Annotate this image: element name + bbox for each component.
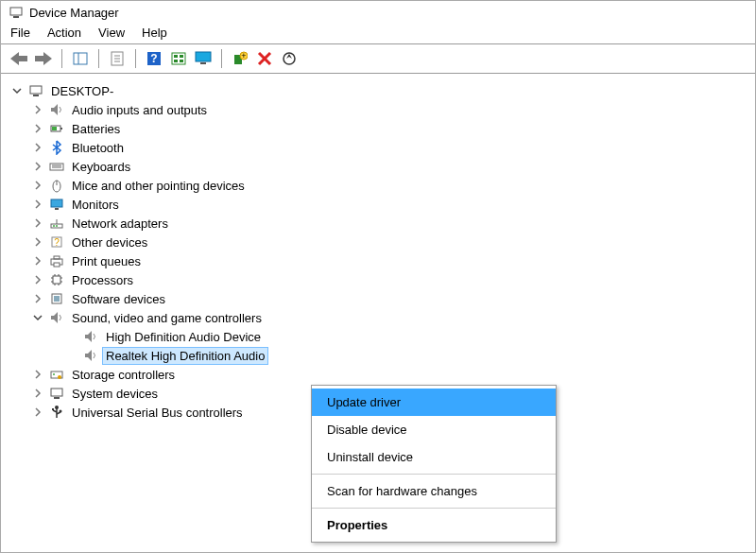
tree-item-label: System devices [69,386,161,402]
monitor-button[interactable] [193,48,214,69]
svg-rect-17 [196,52,211,61]
tree-item[interactable]: Software devices [10,289,746,308]
ctx-update-driver[interactable]: Update driver [312,389,556,416]
tree-item[interactable]: Monitors [10,195,746,214]
collapse-icon[interactable] [10,84,24,97]
collapse-icon[interactable] [31,311,44,324]
properties-button[interactable] [107,48,128,69]
tree-item-expanded[interactable]: Sound, video and game controllers [10,308,746,327]
speaker-icon [48,309,65,326]
remove-button[interactable] [254,48,275,69]
menu-view[interactable]: View [98,26,125,40]
expand-icon[interactable] [31,216,44,230]
back-button[interactable] [9,48,29,69]
expand-icon[interactable] [31,198,44,211]
battery-icon [48,120,65,137]
menu-file[interactable]: File [10,26,30,40]
app-icon [9,5,24,20]
svg-rect-47 [54,263,60,267]
svg-rect-18 [200,62,206,64]
expand-icon[interactable] [31,406,44,419]
svg-rect-26 [30,86,42,94]
svg-rect-13 [174,55,178,58]
context-menu: Update driver Disable device Uninstall d… [311,385,557,543]
tree-item[interactable]: Storage controllers [10,365,746,384]
expand-icon[interactable] [31,273,44,286]
expand-icon[interactable] [31,122,44,135]
toolbar-separator [135,49,136,68]
menubar: File Action View Help [1,24,755,43]
tree-item[interactable]: Print queues [10,251,746,270]
menu-action[interactable]: Action [47,26,81,40]
expand-icon[interactable] [31,292,44,305]
svg-point-63 [53,373,55,375]
ctx-uninstall-device[interactable]: Uninstall device [312,443,556,471]
svg-rect-15 [174,60,178,62]
tree-root[interactable]: DESKTOP- [10,81,746,100]
svg-rect-0 [10,8,22,15]
svg-marker-59 [51,312,58,323]
svg-rect-30 [60,128,62,130]
ctx-separator [312,474,556,475]
speaker-icon [82,347,99,364]
svg-marker-60 [85,331,92,342]
ctx-separator [312,508,556,509]
svg-point-41 [56,225,58,227]
expand-icon[interactable] [31,160,44,173]
tree-item-label: Audio inputs and outputs [69,102,210,118]
tree-item-label: Other devices [69,234,150,251]
window-title: Device Manager [29,6,119,20]
expand-icon[interactable] [31,368,44,381]
tree-item[interactable]: Mice and other pointing devices [10,176,746,195]
ctx-scan-hardware[interactable]: Scan for hardware changes [312,477,556,505]
tree-item-label: Processors [69,272,136,288]
tree-item[interactable]: Keyboards [10,157,746,176]
tree-item-label: Bluetooth [69,140,127,156]
tree-item[interactable]: ? Other devices [10,233,746,251]
svg-rect-16 [180,60,183,62]
svg-rect-14 [180,55,183,58]
network-icon [48,215,65,232]
svg-marker-61 [85,350,92,361]
help-button[interactable]: ? [144,48,164,69]
toolbar-separator [221,49,222,68]
tree-child-item-selected[interactable]: Realtek High Definition Audio [10,346,746,365]
tree-item[interactable]: Processors [10,270,746,289]
scan-button[interactable] [279,48,300,69]
tree-item[interactable]: Bluetooth [10,138,746,157]
other-icon: ? [48,233,65,251]
tree-item-label: Realtek High Definition Audio [103,348,267,364]
view-devices-button[interactable] [168,48,189,69]
tree-item-label: Software devices [69,291,168,307]
menu-help[interactable]: Help [142,26,167,40]
expand-icon[interactable] [31,179,44,192]
expand-icon[interactable] [31,141,44,154]
expand-icon[interactable] [31,103,44,116]
forward-button[interactable] [33,48,54,69]
add-hardware-button[interactable]: + [230,48,250,69]
tree-item[interactable]: Batteries [10,119,746,138]
svg-rect-27 [33,95,39,96]
speaker-icon [82,328,99,345]
tree-item-label: Universal Serial Bus controllers [69,405,246,421]
ctx-disable-device[interactable]: Disable device [312,416,556,443]
svg-point-70 [60,410,62,413]
ctx-properties[interactable]: Properties [312,511,556,539]
show-hide-tree-button[interactable] [70,48,91,69]
expand-icon[interactable] [31,387,44,400]
expand-icon[interactable] [31,254,44,268]
keyboard-icon [48,158,65,175]
svg-rect-58 [54,296,60,302]
tree-child-item[interactable]: High Definition Audio Device [10,327,746,346]
svg-rect-31 [52,127,57,130]
tree-item[interactable]: Network adapters [10,214,746,233]
expand-icon[interactable] [31,235,44,249]
svg-rect-46 [54,256,60,259]
svg-rect-4 [74,53,87,64]
svg-marker-2 [10,52,27,65]
svg-text:+: + [241,51,246,60]
tree-item[interactable]: Audio inputs and outputs [10,100,746,119]
svg-marker-25 [286,54,292,59]
svg-text:?: ? [150,52,157,65]
svg-rect-66 [54,397,60,399]
